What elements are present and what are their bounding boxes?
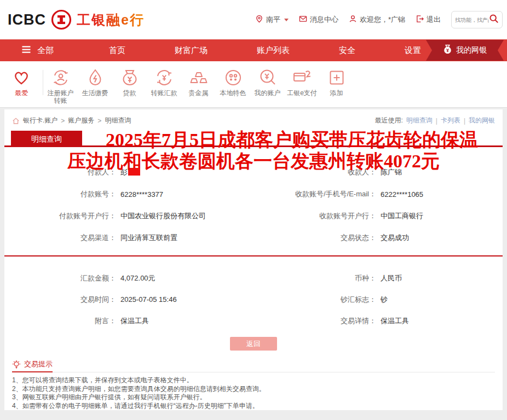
tab-detail-query[interactable]: 明细查询 [11, 131, 82, 147]
shortcut-label: 添加 [319, 89, 354, 97]
crumb-bank-card-account[interactable]: 银行卡.账户 [23, 116, 57, 125]
nav-all-menu[interactable]: 全部 [21, 45, 54, 56]
home-icon[interactable] [12, 117, 20, 125]
pipe-separator: | [464, 117, 465, 125]
search-input[interactable] [455, 17, 489, 23]
shortcut-transfer-remit[interactable]: 转账汇款 [147, 68, 181, 97]
breadcrumb-separator: > [61, 117, 65, 125]
money-bag-icon [443, 44, 452, 56]
breadcrumb-separator: > [97, 117, 101, 125]
shortcut-loan[interactable]: 贷款 [112, 68, 147, 97]
tip-item: 3、网银互联账户明细由开户银行提供，如有疑问请联系开户银行。 [12, 393, 495, 402]
cash-flag-label: 钞汇标志： [243, 295, 381, 305]
recently-used-label: 最近使用: [375, 116, 402, 125]
breadcrumb: 银行卡.账户 > 账户服务 > 明细查询 [12, 116, 131, 125]
payer-bank-label: 付款账号开户行： [4, 211, 120, 221]
recent-link-detail-query[interactable]: 明细查询 [406, 116, 433, 125]
tip-item: 4、如需带有公章的电子明细账单，请通过我行手机银行“远程办-历史明细”下单申请。 [12, 402, 495, 411]
recent-link-card-list[interactable]: 卡列表 [441, 116, 460, 125]
add-plus-icon [319, 68, 354, 88]
payee-label: 收款人： [243, 167, 381, 177]
nav-item-home[interactable]: 首页 [84, 45, 150, 56]
shortcut-label: 本地特色 [216, 89, 250, 97]
location-selector[interactable]: 南平 [255, 15, 289, 25]
payer-label: 付款人： [4, 167, 120, 177]
logout-icon [416, 15, 424, 25]
brand-name: 工银融e行 [77, 11, 145, 29]
dotted-circle-icon [216, 68, 250, 88]
detail-row: 汇款金额： 4,072.00元 币种： 人民币 [4, 267, 503, 289]
detail-row: 附言： 保温工具 交易详情： 保温工具 [4, 310, 503, 331]
droplet-lightning-icon [78, 68, 112, 88]
tip-item: 2、本功能只支持查询账户明细，如您需要查询具体交易的明细信息请到相关交易查询。 [12, 385, 495, 394]
shortcut-label: 生活缴费 [78, 89, 112, 97]
currency-value: 人民币 [381, 273, 503, 283]
pipe-separator: | [436, 117, 437, 125]
back-button[interactable]: 返回 [230, 337, 277, 351]
payer-account-label: 付款账号： [4, 189, 120, 199]
payee-bank-label: 收款账号开户行： [243, 211, 381, 221]
nav-items: 首页 财富广场 账户列表 安全 设置 [84, 45, 446, 56]
amount-label: 汇款金额： [4, 273, 120, 283]
transaction-tips: 交易提示 1、您可以将查询结果下载，并保存到文本或电子表格文件中。 2、本功能只… [4, 359, 503, 410]
status-label: 交易状态： [243, 233, 381, 243]
my-ebank-label: 我的网银 [456, 45, 487, 55]
shortcut-life-payment[interactable]: 生活缴费 [78, 68, 112, 97]
shortcut-label: 贵金属 [181, 89, 216, 97]
logout-label: 退出 [427, 15, 441, 25]
heart-icon [0, 68, 43, 88]
message-center-label: 消息中心 [310, 15, 338, 25]
nav-all-label: 全部 [37, 45, 54, 56]
welcome-user[interactable]: 欢迎您，*广锦 [349, 15, 405, 25]
user-icon [349, 15, 357, 25]
shortcut-precious-metals[interactable]: 贵金属 [181, 68, 216, 97]
time-value: 2025-07-05 15:46 [120, 295, 243, 304]
shortcut-add[interactable]: 添加 [319, 68, 354, 97]
recent-link-my-ebank[interactable]: 我的网银 [469, 116, 495, 125]
nav-item-accounts[interactable]: 账户列表 [232, 45, 314, 56]
favorites-button[interactable]: 最爱 [0, 68, 43, 97]
shortcut-epay[interactable]: 工银e支付 [285, 68, 319, 97]
nav-item-wealth[interactable]: 财富广场 [150, 45, 232, 56]
nav-item-security[interactable]: 安全 [314, 45, 380, 56]
status-value: 交易成功 [381, 233, 503, 243]
shortcut-my-account[interactable]: 我的账户 [250, 68, 285, 97]
transaction-parties-section: 付款人： 彭 收款人： 陈广锦 付款账号： 6228****3377 收款账号/… [4, 161, 503, 249]
logout-button[interactable]: 退出 [416, 15, 441, 25]
shortcut-label: 转账汇款 [147, 89, 181, 97]
favorites-label: 最爱 [0, 89, 43, 97]
bulb-icon [12, 360, 21, 369]
channel-value: 同业清算互联前置 [120, 233, 243, 243]
hamburger-icon [21, 45, 32, 55]
payee-value: 陈广锦 [381, 167, 503, 177]
breadcrumb-row: 银行卡.账户 > 账户服务 > 明细查询 最近使用: 明细查询 | 卡列表 | … [4, 109, 503, 125]
shortcut-toolbar: 最爱 注册账户 转账 生活缴费 [0, 61, 507, 108]
message-center-link[interactable]: 消息中心 [299, 15, 338, 25]
channel-label: 交易渠道： [4, 233, 120, 243]
shortcut-label: 贷款 [112, 89, 147, 97]
shortcut-local-features[interactable]: 本地特色 [216, 68, 250, 97]
global-search [451, 11, 503, 28]
chevron-down-icon [284, 19, 289, 21]
content-panel: 银行卡.账户 > 账户服务 > 明细查询 最近使用: 明细查询 | 卡列表 | … [4, 109, 503, 410]
main-nav: 全部 首页 财富广场 账户列表 安全 设置 我的网银 [0, 39, 507, 61]
welcome-label: 欢迎您，*广锦 [360, 15, 405, 25]
shortcut-registered-transfer[interactable]: 注册账户 转账 [43, 68, 78, 104]
amount-value: 4,072.00元 [120, 273, 243, 283]
memo-value: 保温工具 [120, 316, 243, 326]
payer-account-value: 6228****3377 [120, 190, 243, 199]
detail-info-value: 保温工具 [381, 316, 503, 326]
magnifier-yuan-icon [250, 68, 285, 88]
search-icon[interactable] [489, 14, 499, 26]
payer-bank-value: 中国农业银行股份有限公司 [120, 211, 243, 221]
envelope-icon [299, 15, 307, 25]
top-header: ICBC 工银融e行 南平 消息中心 [0, 0, 507, 39]
bank-logo[interactable]: ICBC 工银融e行 [8, 9, 145, 31]
payer-value: 彭 [120, 167, 243, 177]
crumb-detail-query: 明细查询 [105, 116, 131, 125]
icbc-ebank-page: ICBC 工银融e行 南平 消息中心 [0, 0, 507, 420]
payee-bank-value: 中国工商银行 [381, 211, 503, 221]
crumb-account-services[interactable]: 账户服务 [68, 116, 94, 125]
location-label: 南平 [266, 15, 280, 25]
my-ebank-ribbon[interactable]: 我的网银 [426, 40, 504, 61]
